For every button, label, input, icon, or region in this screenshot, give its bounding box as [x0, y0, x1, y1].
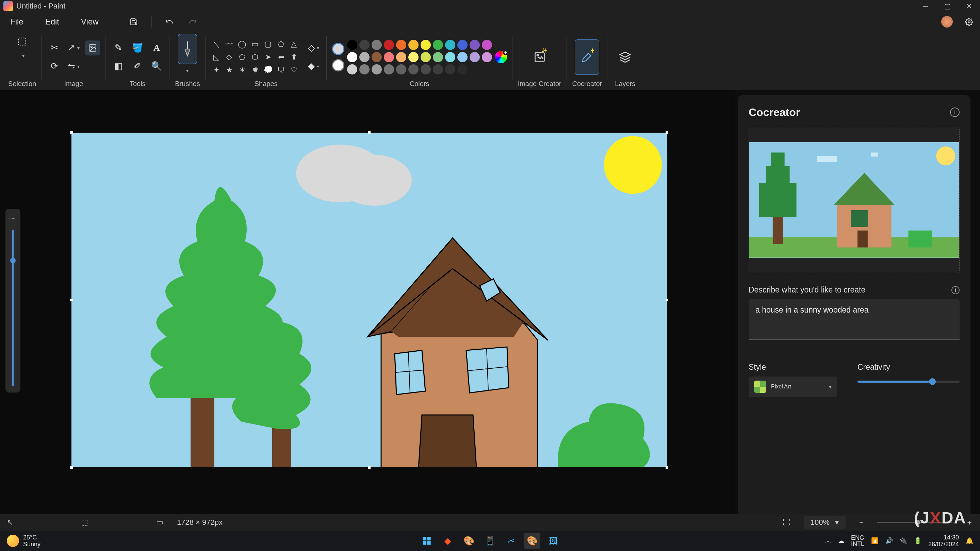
color-swatch[interactable] — [469, 40, 480, 50]
taskbar-app-phonelink[interactable]: 📱 — [482, 533, 498, 549]
tray-lang1[interactable]: ENG — [851, 535, 864, 541]
menu-file[interactable]: File — [4, 15, 30, 29]
tray-lang2[interactable]: INTL — [851, 541, 864, 547]
shape-triangle-icon[interactable]: △ — [288, 39, 299, 50]
shape-arrowr-icon[interactable]: ➤ — [263, 52, 274, 63]
color-swatch[interactable] — [469, 52, 480, 62]
color-swatch[interactable] — [408, 52, 418, 62]
text-icon[interactable]: A — [149, 40, 164, 56]
color-swatch[interactable] — [372, 52, 382, 62]
color-swatch[interactable] — [421, 52, 431, 62]
resize-icon[interactable]: ⤢ — [66, 40, 81, 56]
taskbar-app-copilot[interactable]: 🎨 — [461, 533, 477, 549]
resize-handle[interactable] — [666, 466, 668, 469]
resize-handle[interactable] — [70, 466, 73, 469]
zoom-icon[interactable]: 🔍 — [149, 59, 164, 74]
color-swatch[interactable] — [347, 52, 357, 62]
close-button[interactable]: ✕ — [958, 0, 980, 12]
color-swatch[interactable] — [445, 40, 455, 50]
color-swatch[interactable] — [457, 64, 468, 75]
save-icon[interactable] — [127, 15, 140, 29]
shape-line-icon[interactable]: ＼ — [211, 39, 222, 50]
tray-clock[interactable]: 14:30 26/07/2024 — [928, 534, 959, 548]
fill-icon[interactable]: 🪣 — [130, 40, 145, 56]
shape-outline-dropdown[interactable]: ◇ — [306, 40, 321, 56]
color-swatch[interactable] — [445, 64, 455, 75]
shape-heart-icon[interactable]: ♡ — [288, 65, 299, 76]
select-rect-icon[interactable] — [14, 34, 30, 49]
color-swatch[interactable] — [347, 64, 357, 75]
color-swatch[interactable] — [421, 40, 431, 50]
cocreator-button[interactable]: ✨ — [575, 40, 599, 75]
tray-power-icon[interactable]: 🔌 — [900, 537, 907, 545]
style-select[interactable]: Pixel Art ▾ — [749, 376, 837, 397]
tray-notifications-icon[interactable]: 🔔 — [966, 537, 973, 545]
zoom-out-icon[interactable]: − — [859, 518, 864, 527]
crop-icon[interactable]: ✂ — [47, 40, 62, 56]
color-swatch[interactable] — [372, 64, 382, 75]
color-swatch[interactable] — [445, 52, 455, 62]
tray-onedrive-icon[interactable]: ☁ — [838, 537, 844, 545]
menu-view[interactable]: View — [75, 15, 105, 29]
prompt-input[interactable] — [749, 299, 959, 340]
brush-dropdown[interactable]: ▾ — [186, 68, 189, 73]
color-swatch[interactable] — [433, 40, 443, 50]
pencil-icon[interactable]: ✎ — [111, 40, 126, 56]
undo-icon[interactable] — [163, 15, 176, 29]
shape-speech-icon[interactable]: 🗨 — [275, 65, 286, 76]
shape-burst-icon[interactable]: ✹ — [250, 65, 261, 76]
tray-battery-icon[interactable]: 🔋 — [914, 537, 921, 545]
weather-widget[interactable]: 25°C Sunny — [7, 534, 40, 548]
color-swatch[interactable] — [433, 64, 443, 75]
shape-roundrect-icon[interactable]: ▢ — [263, 39, 274, 50]
cocreator-preview[interactable] — [749, 127, 959, 273]
color-swatch[interactable] — [384, 52, 394, 62]
taskbar-app-photos[interactable]: 🖼 — [545, 533, 562, 549]
color-swatch[interactable] — [433, 52, 443, 62]
resize-handle[interactable] — [70, 299, 73, 301]
color-swatch[interactable] — [482, 52, 492, 62]
info-icon[interactable]: i — [951, 286, 959, 294]
color-2-swatch[interactable] — [332, 59, 344, 71]
canvas[interactable] — [72, 133, 667, 467]
eraser-icon[interactable]: ◧ — [111, 59, 126, 74]
shape-rtriangle-icon[interactable]: ◺ — [211, 52, 222, 63]
fit-screen-icon[interactable]: ⛶ — [783, 518, 790, 527]
tray-chevron-icon[interactable]: ︿ — [825, 537, 831, 545]
image-creator-button[interactable]: ✨ — [527, 40, 552, 75]
shape-arrowl-icon[interactable]: ⬅ — [275, 52, 286, 63]
resize-handle[interactable] — [368, 131, 371, 134]
color-swatch[interactable] — [408, 64, 418, 75]
color-swatch[interactable] — [457, 52, 468, 62]
layers-button[interactable] — [613, 40, 637, 75]
taskbar-app-snip[interactable]: ✂ — [503, 533, 519, 549]
zoom-in-icon[interactable]: ＋ — [966, 517, 973, 527]
brush-button[interactable] — [178, 34, 197, 64]
edit-colors-button[interactable] — [495, 51, 507, 63]
zoom-select[interactable]: 100% ▾ — [804, 516, 846, 529]
color-swatch[interactable] — [421, 64, 431, 75]
taskbar-app-paint[interactable]: 🎨 — [524, 533, 540, 549]
resize-handle[interactable] — [70, 131, 73, 134]
shape-polygon-icon[interactable]: ⬠ — [275, 39, 286, 50]
tray-volume-icon[interactable]: 🔊 — [885, 537, 893, 545]
resize-handle[interactable] — [368, 466, 371, 469]
shape-pentagon-icon[interactable]: ⬠ — [237, 52, 248, 63]
taskbar-app-brave[interactable]: ◆ — [440, 533, 456, 549]
shape-arrowu-icon[interactable]: ⬆ — [288, 52, 299, 63]
shape-curve-icon[interactable]: 〰 — [224, 39, 235, 50]
color-swatch[interactable] — [457, 40, 468, 50]
shape-4star-icon[interactable]: ✦ — [211, 65, 222, 76]
color-swatch[interactable] — [372, 40, 382, 50]
selection-dropdown[interactable] — [14, 51, 30, 60]
shape-callout-icon[interactable]: 💭 — [263, 65, 274, 76]
color-swatch[interactable] — [482, 40, 492, 50]
color-swatch[interactable] — [408, 40, 418, 50]
shape-diamond-icon[interactable]: ◇ — [224, 52, 235, 63]
shape-5star-icon[interactable]: ★ — [224, 65, 235, 76]
redo-icon[interactable] — [186, 15, 199, 29]
shape-fill-dropdown[interactable]: ◆ — [306, 59, 321, 74]
rotate-icon[interactable]: ⟳ — [47, 59, 62, 74]
brush-size-slider[interactable]: 〰 — [5, 209, 21, 392]
color-swatch[interactable] — [384, 40, 394, 50]
